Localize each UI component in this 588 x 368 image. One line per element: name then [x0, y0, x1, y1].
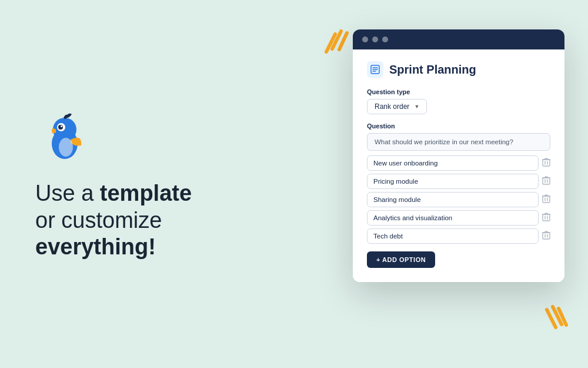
browser-dot-3 [382, 37, 388, 42]
option-input-3[interactable]: Analytics and visualization [367, 210, 539, 226]
field-type-label: Question type [367, 88, 550, 95]
option-input-0[interactable]: New user onboarding [367, 155, 539, 171]
browser-dot-2 [372, 37, 378, 42]
svg-rect-28 [543, 214, 550, 221]
add-option-button[interactable]: + ADD OPTION [367, 251, 435, 268]
dropdown-rank-order[interactable]: Rank order ▼ [367, 99, 427, 114]
option-row: Sharing module [367, 192, 550, 207]
svg-rect-20 [543, 178, 550, 184]
survey-icon [367, 61, 383, 78]
delete-option-icon-2[interactable] [542, 194, 550, 205]
option-input-1[interactable]: Pricing module [367, 174, 539, 189]
svg-rect-16 [543, 160, 550, 166]
browser-content: Sprint Planning Question type Rank order… [353, 49, 564, 282]
hero-line2: or customize [35, 208, 162, 233]
left-panel: Use a template or customize everything! [0, 0, 282, 368]
browser-dot-1 [362, 37, 368, 42]
hero-line1: Use a template [35, 181, 192, 205]
sparkle-top-decoration [315, 28, 356, 72]
question-text: What should we prioritize in our next me… [367, 133, 550, 151]
sparkle-bottom-decoration [538, 292, 579, 336]
hero-bold-template: template [100, 181, 192, 205]
hero-bold-everything: everything! [35, 234, 156, 259]
option-row: Pricing module [367, 174, 550, 189]
svg-point-1 [53, 118, 76, 141]
chevron-down-icon: ▼ [414, 104, 419, 110]
hero-text: Use a template or customize everything! [35, 180, 192, 261]
option-input-2[interactable]: Sharing module [367, 192, 539, 207]
svg-rect-24 [543, 196, 550, 203]
browser-window: Sprint Planning Question type Rank order… [353, 29, 564, 282]
bird-logo [35, 107, 94, 166]
field-question-label: Question [367, 122, 550, 130]
survey-header: Sprint Planning [367, 61, 550, 78]
delete-option-icon-3[interactable] [542, 213, 550, 224]
option-row: Analytics and visualization [367, 210, 550, 226]
browser-titlebar [353, 29, 564, 49]
svg-point-4 [61, 125, 62, 127]
delete-option-icon-4[interactable] [542, 231, 550, 242]
delete-option-icon-0[interactable] [542, 158, 550, 169]
dropdown-value: Rank order [375, 102, 409, 111]
svg-rect-32 [543, 233, 550, 239]
svg-point-5 [59, 138, 73, 157]
delete-option-icon-1[interactable] [542, 176, 550, 187]
survey-title: Sprint Planning [389, 63, 476, 77]
option-row: New user onboarding [367, 155, 550, 171]
option-row: Tech debt [367, 228, 550, 244]
option-input-4[interactable]: Tech debt [367, 228, 539, 244]
options-list: New user onboarding Pricing module Shari… [367, 155, 550, 244]
svg-point-3 [58, 125, 63, 130]
